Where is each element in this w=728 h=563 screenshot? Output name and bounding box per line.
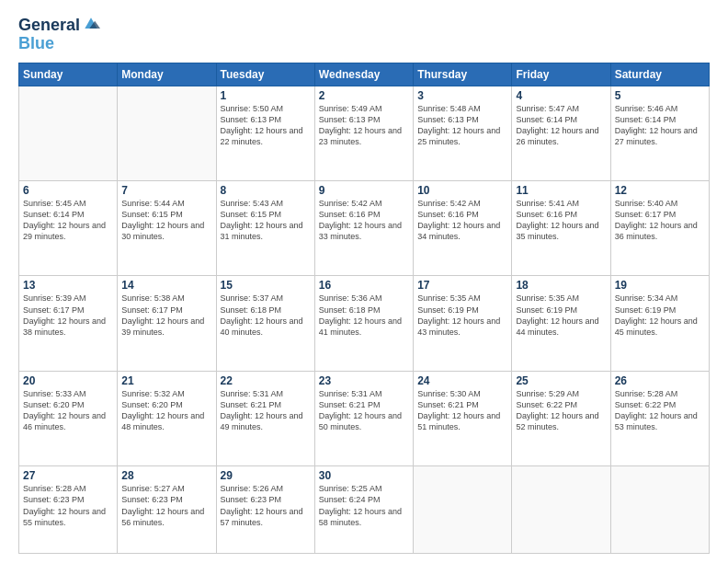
day-number: 7 bbox=[121, 184, 211, 197]
day-number: 3 bbox=[417, 89, 507, 102]
calendar-cell: 29Sunrise: 5:26 AM Sunset: 6:23 PM Dayli… bbox=[216, 466, 314, 554]
day-number: 1 bbox=[221, 89, 311, 102]
calendar-cell: 9Sunrise: 5:42 AM Sunset: 6:16 PM Daylig… bbox=[314, 181, 413, 276]
day-info: Sunrise: 5:37 AM Sunset: 6:18 PM Dayligh… bbox=[221, 293, 303, 336]
calendar-cell: 23Sunrise: 5:31 AM Sunset: 6:21 PM Dayli… bbox=[314, 371, 413, 465]
calendar-cell: 14Sunrise: 5:38 AM Sunset: 6:17 PM Dayli… bbox=[118, 276, 216, 371]
day-number: 25 bbox=[516, 374, 606, 387]
day-info: Sunrise: 5:50 AM Sunset: 6:13 PM Dayligh… bbox=[221, 104, 303, 146]
day-number: 24 bbox=[417, 374, 507, 387]
calendar-cell: 7Sunrise: 5:44 AM Sunset: 6:15 PM Daylig… bbox=[118, 181, 216, 276]
calendar-cell: 22Sunrise: 5:31 AM Sunset: 6:21 PM Dayli… bbox=[216, 371, 314, 465]
calendar-cell: 28Sunrise: 5:27 AM Sunset: 6:23 PM Dayli… bbox=[118, 466, 216, 554]
day-info: Sunrise: 5:33 AM Sunset: 6:20 PM Dayligh… bbox=[23, 389, 106, 431]
day-info: Sunrise: 5:45 AM Sunset: 6:14 PM Dayligh… bbox=[23, 199, 106, 241]
calendar-cell bbox=[414, 466, 512, 554]
day-number: 10 bbox=[417, 184, 507, 197]
day-number: 22 bbox=[221, 374, 311, 387]
day-info: Sunrise: 5:41 AM Sunset: 6:16 PM Dayligh… bbox=[516, 199, 598, 241]
weekday-header-sunday: Sunday bbox=[19, 63, 118, 86]
day-number: 20 bbox=[23, 374, 113, 387]
day-number: 6 bbox=[23, 184, 113, 197]
day-info: Sunrise: 5:42 AM Sunset: 6:16 PM Dayligh… bbox=[417, 199, 500, 241]
day-info: Sunrise: 5:32 AM Sunset: 6:20 PM Dayligh… bbox=[121, 389, 204, 431]
calendar-cell: 3Sunrise: 5:48 AM Sunset: 6:13 PM Daylig… bbox=[414, 86, 512, 180]
calendar-cell: 17Sunrise: 5:35 AM Sunset: 6:19 PM Dayli… bbox=[414, 276, 512, 371]
day-info: Sunrise: 5:31 AM Sunset: 6:21 PM Dayligh… bbox=[221, 389, 303, 431]
day-number: 17 bbox=[417, 279, 507, 292]
day-number: 21 bbox=[121, 374, 211, 387]
day-number: 14 bbox=[121, 279, 211, 292]
day-number: 9 bbox=[319, 184, 409, 197]
day-number: 5 bbox=[615, 89, 705, 102]
calendar-week-2: 6Sunrise: 5:45 AM Sunset: 6:14 PM Daylig… bbox=[19, 181, 710, 276]
calendar-cell bbox=[118, 86, 216, 180]
calendar-cell bbox=[610, 466, 709, 554]
day-info: Sunrise: 5:40 AM Sunset: 6:17 PM Dayligh… bbox=[615, 199, 698, 241]
day-number: 16 bbox=[319, 279, 409, 292]
day-number: 8 bbox=[221, 184, 311, 197]
calendar-cell: 6Sunrise: 5:45 AM Sunset: 6:14 PM Daylig… bbox=[19, 181, 118, 276]
day-info: Sunrise: 5:30 AM Sunset: 6:21 PM Dayligh… bbox=[417, 389, 500, 431]
day-number: 12 bbox=[615, 184, 705, 197]
day-number: 4 bbox=[516, 89, 606, 102]
day-info: Sunrise: 5:28 AM Sunset: 6:23 PM Dayligh… bbox=[23, 484, 106, 526]
day-number: 13 bbox=[23, 279, 113, 292]
calendar-cell: 26Sunrise: 5:28 AM Sunset: 6:22 PM Dayli… bbox=[610, 371, 709, 465]
calendar-cell: 15Sunrise: 5:37 AM Sunset: 6:18 PM Dayli… bbox=[216, 276, 314, 371]
calendar-cell: 1Sunrise: 5:50 AM Sunset: 6:13 PM Daylig… bbox=[216, 86, 314, 180]
calendar-cell: 30Sunrise: 5:25 AM Sunset: 6:24 PM Dayli… bbox=[314, 466, 413, 554]
calendar-cell: 10Sunrise: 5:42 AM Sunset: 6:16 PM Dayli… bbox=[414, 181, 512, 276]
day-number: 30 bbox=[319, 469, 409, 482]
day-info: Sunrise: 5:39 AM Sunset: 6:17 PM Dayligh… bbox=[23, 293, 106, 336]
calendar-cell: 12Sunrise: 5:40 AM Sunset: 6:17 PM Dayli… bbox=[610, 181, 709, 276]
calendar-cell: 4Sunrise: 5:47 AM Sunset: 6:14 PM Daylig… bbox=[512, 86, 610, 180]
header: General Blue bbox=[18, 17, 710, 53]
calendar-cell: 11Sunrise: 5:41 AM Sunset: 6:16 PM Dayli… bbox=[512, 181, 610, 276]
day-info: Sunrise: 5:48 AM Sunset: 6:13 PM Dayligh… bbox=[417, 104, 500, 146]
day-number: 28 bbox=[121, 469, 211, 482]
day-number: 2 bbox=[319, 89, 409, 102]
day-info: Sunrise: 5:42 AM Sunset: 6:16 PM Dayligh… bbox=[319, 199, 402, 241]
day-info: Sunrise: 5:29 AM Sunset: 6:22 PM Dayligh… bbox=[516, 389, 598, 431]
day-number: 23 bbox=[319, 374, 409, 387]
weekday-header-thursday: Thursday bbox=[414, 63, 512, 86]
day-info: Sunrise: 5:34 AM Sunset: 6:19 PM Dayligh… bbox=[615, 293, 698, 336]
logo-text-general: General bbox=[18, 17, 80, 35]
day-info: Sunrise: 5:27 AM Sunset: 6:23 PM Dayligh… bbox=[121, 484, 204, 526]
calendar-week-1: 1Sunrise: 5:50 AM Sunset: 6:13 PM Daylig… bbox=[19, 86, 710, 180]
weekday-header-tuesday: Tuesday bbox=[216, 63, 314, 86]
day-number: 18 bbox=[516, 279, 606, 292]
day-info: Sunrise: 5:26 AM Sunset: 6:23 PM Dayligh… bbox=[221, 484, 303, 526]
logo-text-blue: Blue bbox=[18, 35, 54, 53]
calendar-table: SundayMondayTuesdayWednesdayThursdayFrid… bbox=[18, 63, 710, 554]
day-number: 19 bbox=[615, 279, 705, 292]
calendar-week-3: 13Sunrise: 5:39 AM Sunset: 6:17 PM Dayli… bbox=[19, 276, 710, 371]
calendar-cell: 19Sunrise: 5:34 AM Sunset: 6:19 PM Dayli… bbox=[610, 276, 709, 371]
calendar-cell: 16Sunrise: 5:36 AM Sunset: 6:18 PM Dayli… bbox=[314, 276, 413, 371]
logo: General Blue bbox=[18, 17, 100, 53]
calendar-cell bbox=[19, 86, 118, 180]
day-number: 29 bbox=[221, 469, 311, 482]
weekday-header-row: SundayMondayTuesdayWednesdayThursdayFrid… bbox=[19, 63, 710, 86]
weekday-header-monday: Monday bbox=[118, 63, 216, 86]
calendar-cell: 2Sunrise: 5:49 AM Sunset: 6:13 PM Daylig… bbox=[314, 86, 413, 180]
day-info: Sunrise: 5:43 AM Sunset: 6:15 PM Dayligh… bbox=[221, 199, 303, 241]
calendar-cell bbox=[512, 466, 610, 554]
day-info: Sunrise: 5:31 AM Sunset: 6:21 PM Dayligh… bbox=[319, 389, 402, 431]
day-info: Sunrise: 5:35 AM Sunset: 6:19 PM Dayligh… bbox=[417, 293, 500, 336]
day-info: Sunrise: 5:38 AM Sunset: 6:17 PM Dayligh… bbox=[121, 293, 204, 336]
day-number: 15 bbox=[221, 279, 311, 292]
day-info: Sunrise: 5:28 AM Sunset: 6:22 PM Dayligh… bbox=[615, 389, 698, 431]
calendar-week-4: 20Sunrise: 5:33 AM Sunset: 6:20 PM Dayli… bbox=[19, 371, 710, 465]
day-info: Sunrise: 5:46 AM Sunset: 6:14 PM Dayligh… bbox=[615, 104, 698, 146]
calendar-cell: 18Sunrise: 5:35 AM Sunset: 6:19 PM Dayli… bbox=[512, 276, 610, 371]
calendar-cell: 24Sunrise: 5:30 AM Sunset: 6:21 PM Dayli… bbox=[414, 371, 512, 465]
calendar-cell: 25Sunrise: 5:29 AM Sunset: 6:22 PM Dayli… bbox=[512, 371, 610, 465]
day-number: 11 bbox=[516, 184, 606, 197]
day-info: Sunrise: 5:35 AM Sunset: 6:19 PM Dayligh… bbox=[516, 293, 598, 336]
weekday-header-wednesday: Wednesday bbox=[314, 63, 413, 86]
calendar-cell: 21Sunrise: 5:32 AM Sunset: 6:20 PM Dayli… bbox=[118, 371, 216, 465]
day-info: Sunrise: 5:49 AM Sunset: 6:13 PM Dayligh… bbox=[319, 104, 402, 146]
page: General Blue SundayMondayTuesdayWednesda… bbox=[0, 0, 728, 563]
